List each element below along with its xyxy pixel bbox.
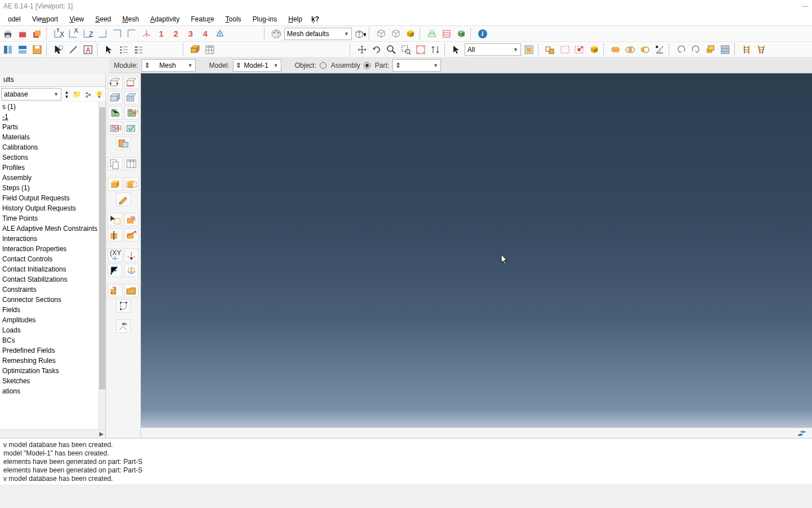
module-combo[interactable]: ⇕Mesh▼ xyxy=(142,59,196,72)
menu-plugins[interactable]: Plug-ins xyxy=(247,14,283,25)
tree-node[interactable]: Steps (1) xyxy=(0,183,99,193)
menu-adaptivity[interactable]: Adaptivity xyxy=(144,14,185,25)
sel-cube-icon[interactable] xyxy=(588,43,601,56)
sel-inside-icon[interactable] xyxy=(522,43,536,56)
zoom-icon[interactable] xyxy=(385,43,398,56)
tree-node[interactable]: Contact Stabilizations xyxy=(0,274,99,284)
mesh-check-icon[interactable] xyxy=(124,121,139,135)
pointer-icon[interactable] xyxy=(103,43,116,56)
select-pointer-icon[interactable] xyxy=(450,43,464,56)
rotate-icon[interactable] xyxy=(370,43,383,56)
part-combo[interactable]: ⇕▼ xyxy=(392,59,441,72)
tree-node[interactable]: ALE Adaptive Mesh Constraints xyxy=(0,224,99,234)
tree-node[interactable]: BCs xyxy=(0,335,99,345)
tree-node[interactable]: Constraints xyxy=(0,284,99,295)
part-radio[interactable] xyxy=(364,62,370,69)
print-icon[interactable] xyxy=(1,27,15,41)
datum-xyz-icon[interactable]: (XYZ) xyxy=(108,248,122,262)
cursor-select-icon[interactable] xyxy=(52,43,65,56)
edit-mesh-icon[interactable] xyxy=(116,192,131,206)
angle-tool-icon[interactable] xyxy=(653,43,667,56)
mesh-region-icon[interactable] xyxy=(124,91,139,104)
tree-node[interactable]: Time Points xyxy=(0,213,99,224)
bool-union-icon[interactable] xyxy=(609,43,623,56)
fit-view-icon[interactable] xyxy=(414,43,427,56)
results-tab[interactable]: ults xyxy=(0,73,105,87)
menu-viewport[interactable]: Viewport xyxy=(27,14,64,25)
tree-filter-icon[interactable] xyxy=(83,89,93,100)
mesh-part-icon[interactable] xyxy=(108,91,122,104)
parallel-icon[interactable] xyxy=(440,27,453,41)
create-part-icon[interactable] xyxy=(108,177,122,191)
part-label[interactable]: Part: xyxy=(375,62,389,69)
tree-vscroll-thumb[interactable] xyxy=(99,107,105,389)
view-3-button[interactable]: 3 xyxy=(184,27,197,41)
assembly-radio[interactable] xyxy=(320,62,326,69)
ladder-icon[interactable] xyxy=(740,43,753,56)
axis-xy-icon[interactable]: YX xyxy=(52,27,65,41)
undo-icon[interactable] xyxy=(674,43,688,56)
tree-node[interactable]: Remeshing Rules xyxy=(0,356,99,366)
mesh-stats-icon[interactable] xyxy=(116,137,131,150)
context-help-icon[interactable]: ķ? xyxy=(311,15,320,24)
layout-horiz-icon[interactable] xyxy=(1,43,15,56)
datum-table-icon[interactable] xyxy=(718,43,732,56)
bool-subtract-icon[interactable] xyxy=(638,43,652,56)
menu-seed[interactable]: Seed xyxy=(90,14,117,25)
datum-plane-icon[interactable] xyxy=(704,43,717,56)
swap-view-icon[interactable] xyxy=(429,43,442,56)
iso-view-icon[interactable] xyxy=(140,27,153,41)
node-select-icon[interactable] xyxy=(108,213,122,226)
tree-node[interactable]: s (1) xyxy=(0,102,99,112)
model-combo[interactable]: ⇕Model-1▼ xyxy=(233,59,281,72)
tree-node[interactable]: Field Output Requests xyxy=(0,193,99,203)
tree-source-combo[interactable]: atabase▼ xyxy=(1,88,61,100)
sel-circle-icon[interactable] xyxy=(573,43,586,56)
tree-bulb-icon[interactable] xyxy=(94,89,104,100)
virtual-topology-icon[interactable] xyxy=(116,299,131,313)
seed-part-icon[interactable] xyxy=(108,76,122,89)
axis-neg-xz-icon[interactable] xyxy=(111,27,124,41)
tree-folder-icon[interactable]: 📁 xyxy=(72,89,82,100)
tree-node[interactable]: Contact Controls xyxy=(0,254,99,264)
view-1-button[interactable]: 1 xyxy=(155,27,168,41)
create-part-dash-icon[interactable] xyxy=(124,177,139,191)
tree-node[interactable]: Connector Sections xyxy=(0,295,99,305)
shaded-icon[interactable] xyxy=(404,27,417,41)
sel-rect-icon[interactable] xyxy=(558,43,572,56)
verify-mesh-icon[interactable]: 548 xyxy=(108,121,122,135)
orphan-folder-icon[interactable] xyxy=(124,284,139,297)
model-tree[interactable]: s (1) -1 Parts Materials Calibrations Se… xyxy=(0,102,105,429)
view-4-button[interactable]: 4 xyxy=(198,27,212,41)
tree-hscroll-right[interactable]: ▶ xyxy=(98,431,105,437)
partition2-icon[interactable] xyxy=(124,228,139,242)
render-table-icon[interactable] xyxy=(203,43,217,56)
view-2-button[interactable]: 2 xyxy=(169,27,183,41)
tree-node[interactable]: Profiles xyxy=(0,163,99,173)
menu-view[interactable]: View xyxy=(64,14,90,25)
sel-replace-icon[interactable] xyxy=(544,43,557,56)
pan-icon[interactable] xyxy=(355,43,369,56)
tree-node[interactable]: Amplitudes xyxy=(0,315,99,325)
options-grid-icon[interactable] xyxy=(132,43,145,56)
tree-node[interactable]: Sections xyxy=(0,152,99,163)
cube-dropdown-icon[interactable]: ▾ xyxy=(353,27,367,41)
tree-node[interactable]: Sketches xyxy=(0,376,99,386)
mesh-display-icon[interactable] xyxy=(454,27,468,41)
book-stack-icon[interactable] xyxy=(30,27,44,41)
tree-vscroll[interactable] xyxy=(99,102,105,429)
menu-tools[interactable]: Tools xyxy=(220,14,247,25)
copy-mesh-icon[interactable] xyxy=(108,157,122,170)
zoom-box-icon[interactable] xyxy=(399,43,413,56)
tree-node[interactable]: History Output Requests xyxy=(0,203,99,213)
tree-node[interactable]: -1 xyxy=(0,112,99,122)
bool-intersect-icon[interactable] xyxy=(624,43,637,56)
element-type-icon[interactable]: 549 xyxy=(124,106,139,120)
hidden-line-icon[interactable] xyxy=(389,27,403,41)
tree-node[interactable]: Assembly xyxy=(0,173,99,183)
cycle-view-icon[interactable] xyxy=(213,27,227,41)
mesh-table-icon[interactable] xyxy=(124,157,139,170)
tree-node[interactable]: Interaction Properties xyxy=(0,244,99,254)
render-part-icon[interactable] xyxy=(188,43,202,56)
mesh-controls-icon[interactable] xyxy=(108,106,122,120)
